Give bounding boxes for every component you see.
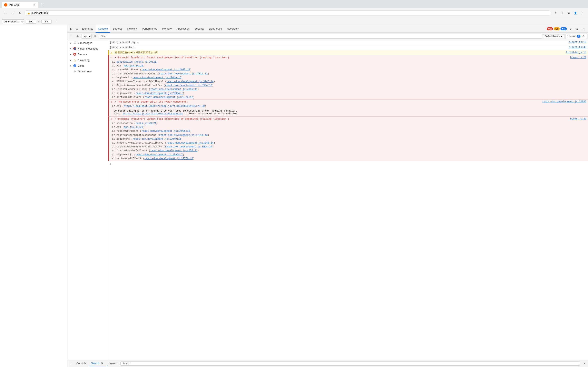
back-button[interactable]: ← <box>2 10 8 16</box>
log-message-text: The above error occurred in the <App> co… <box>117 100 541 104</box>
stack-link[interactable]: react-dom.development.js:23964:7 <box>136 153 182 156</box>
stack-link[interactable]: App.jsx:14:20 <box>124 64 143 67</box>
search-tab-close-icon[interactable]: ✕ <box>101 362 104 365</box>
msg-group-user[interactable]: ▶ 👤 4 user messages <box>67 46 108 51</box>
stack-link[interactable]: react-dom.development.js:3994:16 <box>165 84 212 87</box>
tab-recorder[interactable]: Recorder ▲ <box>224 25 242 33</box>
error-log-icon: ○ <box>111 117 114 121</box>
expand-button[interactable]: ▶ <box>115 56 116 59</box>
clear-console-button[interactable]: ⊘ <box>75 33 80 39</box>
default-levels-button[interactable]: Default levels ▼ <box>543 34 565 38</box>
stack-link[interactable]: react-dom.development.js:22776:12 <box>144 157 193 160</box>
address-bar: ← → ↻ 🔒 localhost:3000 ⇧ ☆ ▣ 👤 ⋮ <box>0 8 588 18</box>
tab-performance[interactable]: Performance <box>139 25 159 33</box>
context-select[interactable]: top <box>81 34 92 39</box>
close-devtools-button[interactable]: ✕ <box>581 26 586 32</box>
tab-network[interactable]: Network <box>125 25 140 33</box>
search-input[interactable] <box>121 361 580 366</box>
stack-link[interactable]: App.jsx:14:20 <box>124 126 143 129</box>
tab-console[interactable]: Console <box>95 25 110 33</box>
info-icon: i <box>73 64 76 67</box>
stack-link[interactable]: react-dom.development.js:14985:18 <box>141 130 190 133</box>
error-boundaries-link[interactable]: https://reactjs.org/link/error-boundarie… <box>122 112 183 115</box>
expand-button[interactable]: ▶ <box>115 100 116 103</box>
log-source-link[interactable]: flexible.js:13 <box>566 51 586 54</box>
log-message-text: Uncaught TypeError: Cannot read properti… <box>117 56 569 59</box>
log-source-link[interactable]: client.ts:43 <box>569 46 586 49</box>
devtools-toggle-button[interactable]: ▣ <box>566 10 572 16</box>
issues-badge-tab: ⚑ 1 <box>561 27 567 30</box>
msg-group-info[interactable]: ▶ i 2 info <box>67 63 108 68</box>
error-badge: ✖ 3 <box>547 27 553 30</box>
tab-application[interactable]: Application <box>174 25 192 33</box>
stack-link[interactable]: react-dom.development.js:14985:18 <box>141 68 190 71</box>
tab-sources[interactable]: Sources <box>110 25 125 33</box>
console-prompt[interactable]: ▶ <box>108 161 588 167</box>
filter-input[interactable] <box>99 34 542 39</box>
stack-link[interactable]: react-dom.development.js:19049:16 <box>133 138 181 141</box>
stack-link[interactable]: react-dom.development.js:19049:16 <box>133 76 181 79</box>
stack-link[interactable]: react-dom.development.js:22776:12 <box>144 96 193 99</box>
stack-trace: at useLocation (hooks.js:29:21) at App (… <box>109 122 588 161</box>
log-source-link[interactable]: client.ts:13 <box>569 41 586 44</box>
dock-button[interactable]: ▣ <box>574 26 580 32</box>
stack-link[interactable]: react-dom.development.js:4056:31 <box>150 88 197 91</box>
stack-link[interactable]: useLocation (hooks.js:29:21) <box>117 60 158 63</box>
log-source-link[interactable]: hooks.js:29 <box>570 117 586 120</box>
issues-settings-button[interactable]: ⚙ <box>581 34 585 38</box>
main-area: ▶ ▭ Elements Console Sources Network Per… <box>0 25 588 367</box>
bottom-tab-console[interactable]: Console <box>74 360 89 367</box>
search-bar-area <box>119 361 581 366</box>
expand-button[interactable]: ▶ <box>115 117 116 120</box>
profile-button[interactable]: 👤 <box>572 10 578 16</box>
tab-close-button[interactable]: ✕ <box>33 3 36 7</box>
stack-link[interactable]: react-dom.development.js:3945:14 <box>166 142 213 144</box>
stack-link[interactable]: hooks.js:29:21 <box>136 122 156 125</box>
new-tab-button[interactable]: + <box>39 2 45 8</box>
reload-button[interactable]: ↻ <box>17 10 23 16</box>
width-input[interactable] <box>26 20 36 24</box>
forward-button[interactable]: → <box>10 10 16 16</box>
preview-pane <box>0 25 67 367</box>
more-button[interactable]: ⋮ <box>580 10 586 16</box>
console-menu-button[interactable]: ⋮ <box>68 33 74 39</box>
stack-link[interactable]: http://localhost:3000/src/App.jsx?t=1650… <box>124 105 205 108</box>
dimensions-select[interactable]: Dimensions:... <box>2 19 24 24</box>
log-source-link[interactable]: hooks.js:29 <box>570 56 586 59</box>
device-toggle-button[interactable]: ▭ <box>74 26 80 32</box>
bottom-tab-search[interactable]: Search ✕ <box>89 360 106 367</box>
log-message-text: 将根据已有的meta标签来设置缩放比例 <box>115 51 564 54</box>
msg-group-warnings[interactable]: ▶ △ 1 warning <box>67 57 108 63</box>
expand-arrow-icon: ▶ <box>70 53 71 55</box>
bookmark-button[interactable]: ☆ <box>559 10 565 16</box>
url-text: localhost:3000 <box>31 11 49 15</box>
tab-security[interactable]: Security <box>192 25 207 33</box>
close-bottom-bar-button[interactable]: ✕ <box>581 361 587 366</box>
stack-link[interactable]: react-dom.development.js:3994:16 <box>165 145 212 148</box>
msg-group-all[interactable]: ▶ ☰ 6 messages <box>67 40 108 46</box>
log-entry: [vite] connected. client.ts:43 <box>108 45 588 50</box>
msg-group-verbose[interactable]: ▶ ⚙ No verbose <box>67 68 108 74</box>
height-input[interactable] <box>42 20 52 24</box>
url-bar[interactable]: 🔒 localhost:3000 <box>25 10 551 16</box>
issues-counter[interactable]: 1 Issue: 1 ⚙ <box>566 34 587 39</box>
tab-elements[interactable]: Elements <box>80 25 95 33</box>
eye-button[interactable]: 👁 <box>93 33 98 39</box>
tab-memory[interactable]: Memory <box>160 25 174 33</box>
log-message-text: Uncaught TypeError: Cannot read properti… <box>117 117 569 121</box>
msg-group-errors[interactable]: ▶ ✖ 3 errors <box>67 51 108 57</box>
browser-tab[interactable]: Vite App ✕ <box>2 2 38 8</box>
stack-link[interactable]: react-dom.development.js:17811:13 <box>159 134 208 137</box>
settings-button[interactable]: ⚙ <box>568 26 573 32</box>
tab-lighthouse[interactable]: Lighthouse <box>207 25 224 33</box>
more-device-options[interactable]: ⋮ <box>53 19 59 25</box>
log-source-link[interactable]: react-dom.development.js:20085 <box>542 100 586 103</box>
bottom-menu-button[interactable]: ⋮ <box>68 361 74 366</box>
stack-link[interactable]: react-dom.development.js:3945:14 <box>166 80 213 83</box>
bottom-tab-issues[interactable]: Issues <box>106 360 119 367</box>
stack-link[interactable]: react-dom.development.js:23964:7 <box>136 92 182 95</box>
stack-link[interactable]: react-dom.development.js:4056:31 <box>150 149 197 152</box>
share-button[interactable]: ⇧ <box>553 10 559 16</box>
stack-link[interactable]: react-dom.development.js:17811:13 <box>159 72 208 75</box>
inspect-element-button[interactable]: ▶ <box>68 26 74 32</box>
